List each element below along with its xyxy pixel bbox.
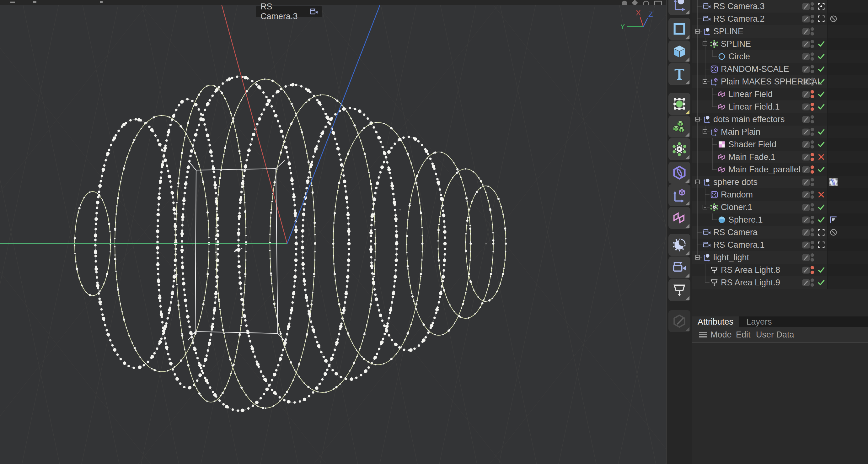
enabled-check-icon[interactable] [817,140,825,148]
editor-visibility-dot[interactable] [811,191,814,194]
render-visibility-dot[interactable] [811,70,814,73]
render-visibility-dot[interactable] [811,221,814,224]
render-visibility-dot[interactable] [811,195,814,199]
layer-edit-toggle[interactable] [802,191,810,198]
enabled-check-icon[interactable] [817,166,825,174]
layer-edit-toggle[interactable] [802,103,810,111]
viewport-canvas[interactable]: RS Camera.3 Y X Z [0,0,666,464]
layer-edit-toggle[interactable] [802,16,810,23]
editor-visibility-dot[interactable] [811,128,814,131]
render-visibility-dot[interactable] [811,208,814,211]
enabled-check-icon[interactable] [817,65,825,73]
editor-visibility-dot[interactable] [811,228,814,232]
enabled-check-icon[interactable] [817,203,825,211]
disabled-x-icon[interactable] [817,153,825,161]
editor-visibility-dot[interactable] [811,140,814,144]
cloner-tool-button[interactable] [669,138,690,160]
editor-visibility-dot[interactable] [811,266,814,269]
render-visibility-dot[interactable] [811,258,814,262]
render-visibility-dot[interactable] [811,245,814,249]
camera-view-toggle-icon[interactable] [817,228,825,236]
layer-edit-toggle[interactable] [802,266,810,274]
null-object-tool-button[interactable] [669,0,690,15]
render-visibility-dot[interactable] [811,283,814,287]
editor-visibility-dot[interactable] [811,216,814,219]
editor-visibility-dot[interactable] [811,279,814,282]
camera-view-toggle-icon[interactable] [817,15,825,23]
render-visibility-dot[interactable] [811,157,814,161]
editor-visibility-dot[interactable] [811,253,814,257]
field-tool-button[interactable] [669,207,690,229]
enabled-check-icon[interactable] [817,90,825,98]
no-render-tag-icon[interactable] [829,228,838,236]
menu-edit[interactable]: Edit [736,327,751,342]
expand-collapse-box[interactable] [695,29,700,34]
editor-visibility-dot[interactable] [811,241,814,244]
render-visibility-dot[interactable] [811,107,814,111]
editor-visibility-dot[interactable] [811,27,814,31]
render-visibility-dot[interactable] [811,145,814,148]
expand-collapse-box[interactable] [695,180,700,184]
effector-tool-button[interactable] [669,184,690,206]
tab-layers[interactable]: Layers [739,316,779,327]
render-visibility-dot[interactable] [811,183,814,186]
render-visibility-dot[interactable] [811,57,814,61]
menu-mode[interactable]: Mode [710,327,732,342]
editor-visibility-dot[interactable] [811,15,814,18]
cube-primitive-tool-button[interactable] [669,40,690,62]
layer-edit-toggle[interactable] [802,53,810,60]
layer-edit-toggle[interactable] [802,40,810,48]
enabled-check-icon[interactable] [817,40,825,48]
viewport-camera-menu[interactable]: RS Camera.3 [256,6,322,17]
editor-visibility-dot[interactable] [811,178,814,181]
layer-edit-toggle[interactable] [802,116,810,123]
editor-visibility-dot[interactable] [811,115,814,119]
enabled-check-icon[interactable] [817,128,825,136]
sketch-tool-button[interactable] [669,310,690,332]
disabled-x-icon[interactable] [817,191,825,199]
layer-edit-toggle[interactable] [802,166,810,173]
layer-edit-toggle[interactable] [802,91,810,98]
layer-edit-toggle[interactable] [802,279,810,286]
editor-visibility-dot[interactable] [811,90,814,93]
layer-edit-toggle[interactable] [802,128,810,136]
tab-attributes[interactable]: Attributes [692,316,739,327]
subdivision-surface-tool-button[interactable] [669,93,690,115]
enabled-check-icon[interactable] [817,279,825,287]
no-render-tag-icon[interactable] [829,15,838,23]
render-visibility-dot[interactable] [811,32,814,35]
expand-collapse-box[interactable] [703,79,707,84]
layer-edit-toggle[interactable] [802,141,810,148]
text-object-tool-button[interactable] [669,63,690,85]
phong-tag-icon[interactable] [829,216,838,224]
render-visibility-dot[interactable] [811,120,814,123]
editor-visibility-dot[interactable] [811,52,814,56]
panel-menu-icon[interactable] [699,332,707,338]
render-visibility-dot[interactable] [811,170,814,174]
enabled-check-icon[interactable] [817,216,825,224]
volume-tool-button[interactable] [669,162,690,184]
layer-edit-toggle[interactable] [802,204,810,211]
rectangle-spline-tool-button[interactable] [669,18,690,40]
editor-visibility-dot[interactable] [811,166,814,169]
layer-edit-toggle[interactable] [802,66,810,73]
layer-edit-toggle[interactable] [802,229,810,236]
render-visibility-dot[interactable] [811,233,814,236]
layer-edit-toggle[interactable] [802,153,810,161]
camera-tool-button[interactable] [669,257,690,279]
layer-edit-toggle[interactable] [802,216,810,224]
layer-edit-toggle[interactable] [802,3,810,10]
array-generator-tool-button[interactable] [669,116,690,138]
expand-collapse-box[interactable] [703,41,707,46]
expand-collapse-box[interactable] [695,255,700,260]
layer-edit-toggle[interactable] [802,254,810,261]
camera-view-toggle-icon[interactable] [817,241,825,249]
area-light-tool-button[interactable] [669,279,690,301]
layer-edit-toggle[interactable] [802,241,810,249]
enabled-check-icon[interactable] [817,103,825,111]
expand-collapse-box[interactable] [703,129,707,134]
layer-edit-toggle[interactable] [802,179,810,186]
render-visibility-dot[interactable] [811,7,814,10]
editor-visibility-dot[interactable] [811,40,814,43]
editor-visibility-dot[interactable] [811,103,814,106]
